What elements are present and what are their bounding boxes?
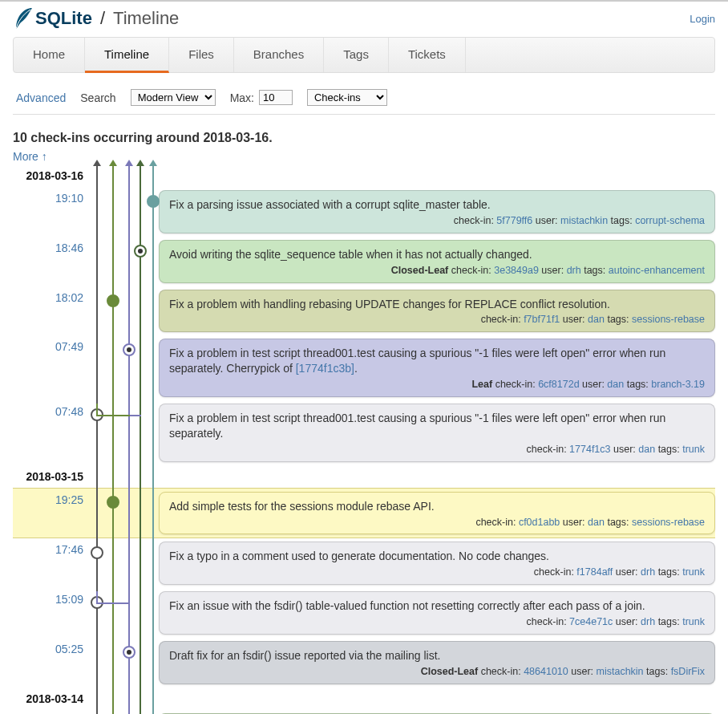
checkin-tags[interactable]: corrupt-schema (635, 215, 705, 226)
checkin-card[interactable]: Avoid writing the sqlite_sequence table … (159, 240, 715, 283)
checkin-hash[interactable]: 7ce4e71c (569, 616, 613, 627)
timeline-table: 2018-03-1619:10Fix a parsing issue assoc… (13, 164, 715, 714)
date-header: 2018-03-16 (13, 164, 85, 187)
graph-spacer (85, 400, 159, 465)
checkin-hash[interactable]: cf0d1abb (519, 517, 560, 528)
search-label: Search (80, 91, 115, 104)
card-cell: Avoid writing the sqlite_sequence table … (159, 237, 715, 286)
graph-spacer (85, 688, 159, 710)
checkin-card[interactable]: Fix a problem in test script thread001.t… (159, 339, 715, 397)
graph-spacer (85, 538, 159, 588)
checkin-tags[interactable]: sessions-rebase (632, 517, 705, 528)
date-header: 2018-03-15 (13, 465, 85, 489)
event-time[interactable]: 19:25 (13, 488, 85, 538)
checkin-card[interactable]: Draft fix for an fsdir() issue reported … (159, 641, 715, 684)
date-row: 2018-03-15 (13, 465, 715, 489)
card-meta: check-in: 1774f1c3 user: dan tags: trunk (169, 441, 705, 456)
checkin-tags[interactable]: trunk (682, 616, 705, 627)
event-time[interactable]: 21:06 (13, 710, 85, 714)
card-meta: Closed-Leaf check-in: 48641010 user: mis… (169, 663, 705, 679)
card-description: Fix a problem in test script thread001.t… (169, 347, 665, 375)
checkin-user[interactable]: dan (588, 517, 605, 528)
checkin-tags[interactable]: branch-3.19 (651, 379, 705, 390)
summary-heading: 10 check-ins occurring around 2018-03-16… (13, 131, 715, 145)
event-time[interactable]: 17:46 (13, 538, 85, 588)
card-cell: Fix a parsing issue associated with a co… (159, 187, 715, 237)
nav-tags[interactable]: Tags (324, 38, 389, 72)
event-time[interactable]: 15:09 (13, 588, 85, 638)
checkin-tags[interactable]: trunk (682, 444, 705, 455)
event-row: 05:25Draft fix for an fsdir() issue repo… (13, 638, 715, 688)
checkin-tags[interactable]: autoinc-enhancement (609, 265, 705, 276)
login-link[interactable]: Login (690, 13, 715, 25)
checkin-user[interactable]: dan (607, 379, 624, 390)
event-row: 19:10Fix a parsing issue associated with… (13, 187, 715, 237)
card-meta: check-in: f7bf71f1 user: dan tags: sessi… (169, 311, 705, 327)
checkin-card[interactable]: Fix a parsing issue associated with a co… (159, 190, 715, 233)
graph-spacer (85, 588, 159, 638)
timeline: 2018-03-1619:10Fix a parsing issue assoc… (13, 164, 715, 714)
max-input[interactable] (259, 90, 293, 105)
checkin-user[interactable]: drh (641, 566, 655, 578)
checkin-hash[interactable]: f7bf71f1 (524, 314, 560, 325)
event-time[interactable]: 07:48 (13, 400, 85, 465)
checkin-hash[interactable]: 5f779ff6 (496, 215, 532, 226)
slash: / (100, 8, 105, 29)
page-title: Timeline (113, 8, 179, 29)
more-up-link[interactable]: More ↑ (13, 150, 47, 163)
card-meta: Leaf check-in: 6cf8172d user: dan tags: … (169, 376, 705, 391)
logo[interactable]: SQLite (13, 6, 92, 30)
nav-branches[interactable]: Branches (234, 38, 324, 72)
nav-timeline[interactable]: Timeline (85, 38, 169, 73)
event-row: 18:02Fix a problem with handling rebasin… (13, 286, 715, 336)
nav-tickets[interactable]: Tickets (389, 38, 466, 72)
card-meta: check-in: 7ce4e71c user: drh tags: trunk (169, 614, 705, 629)
checkin-user[interactable]: mistachkin (597, 666, 644, 677)
card-cell (159, 688, 715, 710)
checkin-user[interactable]: dan (638, 444, 655, 455)
checkin-tags[interactable]: trunk (682, 566, 705, 578)
graph-spacer (85, 488, 159, 538)
checkin-tags[interactable]: fsDirFix (671, 666, 705, 677)
graph-spacer (85, 638, 159, 688)
event-time[interactable]: 19:10 (13, 187, 85, 237)
checkin-hash[interactable]: 48641010 (524, 666, 568, 677)
checkin-hash[interactable]: f1784aff (576, 566, 613, 578)
controls-bar: Advanced Search Modern View Max: Check-i… (13, 78, 715, 115)
graph-spacer (85, 164, 159, 187)
card-cell: Fix an issue with the fsdir() table-valu… (159, 588, 715, 638)
header-left: SQLite / Timeline (13, 6, 179, 30)
checkin-user[interactable]: drh (567, 265, 581, 276)
event-row: 19:25Add simple tests for the sessions m… (13, 488, 715, 538)
event-time[interactable]: 18:46 (13, 237, 85, 286)
view-select[interactable]: Modern View (131, 89, 216, 106)
graph-spacer (85, 710, 159, 714)
feather-icon (13, 6, 34, 30)
checkin-hash[interactable]: 6cf8172d (538, 379, 579, 390)
type-select[interactable]: Check-ins (307, 89, 387, 106)
cherrypick-link[interactable]: [1774f1c3b] (296, 362, 354, 375)
checkin-card[interactable]: Add simple tests for the sessions module… (159, 492, 715, 535)
date-header: 2018-03-14 (13, 688, 85, 710)
checkin-user[interactable]: mistachkin (560, 215, 608, 226)
checkin-hash[interactable]: 3e3849a9 (494, 265, 539, 276)
event-row: 15:09Fix an issue with the fsdir() table… (13, 588, 715, 638)
card-cell (159, 465, 715, 489)
checkin-user[interactable]: drh (641, 616, 655, 627)
event-time[interactable]: 18:02 (13, 286, 85, 336)
card-cell: Add largely untested APIs for rebasing c… (159, 710, 715, 714)
checkin-card[interactable]: Fix a typo in a comment used to generate… (159, 542, 715, 585)
event-time[interactable]: 05:25 (13, 638, 85, 688)
checkin-card[interactable]: Fix a problem in test script thread001.t… (159, 404, 715, 462)
checkin-user[interactable]: dan (588, 314, 605, 325)
checkin-tags[interactable]: sessions-rebase (632, 314, 705, 325)
checkin-card[interactable]: Fix an issue with the fsdir() table-valu… (159, 591, 715, 635)
nav-files[interactable]: Files (169, 38, 234, 72)
advanced-link[interactable]: Advanced (16, 91, 66, 104)
nav-home[interactable]: Home (14, 38, 85, 72)
event-time[interactable]: 07:49 (13, 335, 85, 400)
checkin-card[interactable]: Fix a problem with handling rebasing UPD… (159, 290, 715, 333)
checkin-hash[interactable]: 1774f1c3 (569, 444, 610, 455)
card-description: Fix a problem with handling rebasing UPD… (169, 298, 610, 310)
max-label: Max: (230, 91, 254, 104)
